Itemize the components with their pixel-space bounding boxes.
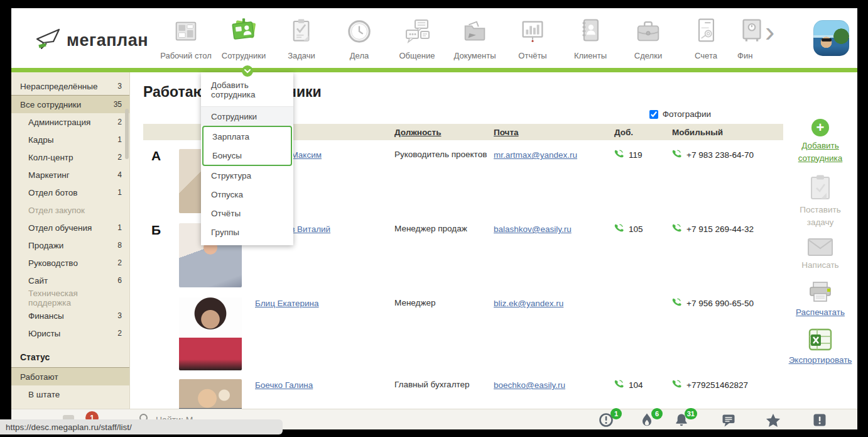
feedback-icon[interactable]: [812, 412, 827, 428]
nav-item-dashboard[interactable]: Рабочий стол: [157, 13, 215, 60]
nav-item-reports[interactable]: Отчёты: [504, 13, 561, 60]
count-badge: 1: [117, 135, 122, 144]
sidebar-item-все-сотрудники[interactable]: Все сотрудники35: [11, 95, 129, 113]
sidebar-item-кадры[interactable]: Кадры1: [11, 131, 129, 148]
sidebar-item-отдел-закупок: Отдел закупок: [11, 201, 129, 219]
sidebar-item-работают[interactable]: Работают: [11, 367, 129, 385]
action-написать: Написать: [801, 238, 838, 272]
sidebar-item-маркетинг[interactable]: Маркетинг4: [11, 166, 129, 184]
employee-ext: 105: [614, 223, 672, 235]
sidebar-item-отдел-ботов[interactable]: Отдел ботов1: [11, 184, 129, 201]
phone-icon: [614, 223, 624, 235]
count-badge: 2: [117, 153, 122, 162]
tasks-icon: [288, 13, 315, 46]
fire-icon[interactable]: 6: [639, 412, 654, 428]
nav-more-arrow-icon[interactable]: ›: [765, 13, 774, 50]
dashboard-icon: [171, 13, 201, 46]
dropdown-item-отпуска[interactable]: Отпуска: [201, 185, 293, 204]
column-header-position[interactable]: Должность: [394, 128, 494, 137]
sidebar: Нераспределённые3Все сотрудники35Админис…: [11, 72, 130, 409]
notification-count-badge: 6: [651, 408, 663, 419]
sidebar-item-юристы[interactable]: Юристы2: [11, 324, 129, 342]
action-экспортировать[interactable]: Экспортировать: [789, 328, 852, 367]
count-badge: 2: [117, 258, 122, 267]
count-badge: 3: [117, 82, 122, 91]
dropdown-item-структура[interactable]: Структура: [201, 166, 293, 185]
safe-icon: [737, 13, 764, 46]
count-badge: 4: [117, 170, 122, 179]
employee-position: Менеджер: [394, 297, 494, 307]
phone-icon: [672, 223, 682, 235]
content-row: Нераспределённые3Все сотрудники35Админис…: [11, 72, 857, 409]
employee-name-link[interactable]: Боечко Галина: [255, 380, 313, 390]
add-plus-icon: +: [811, 119, 829, 136]
sidebar-item-руководство[interactable]: Руководство2: [11, 254, 129, 272]
employee-email-link[interactable]: boechko@easily.ru: [494, 380, 565, 390]
nav-item-todo-clock[interactable]: Дела: [330, 13, 388, 60]
sidebar-scrollbar-thumb[interactable]: [125, 109, 129, 159]
phone-icon: [672, 297, 682, 309]
action-распечатать[interactable]: Распечатать: [796, 282, 845, 319]
sidebar-item-в-штате[interactable]: В штате: [11, 385, 129, 403]
dropdown-item-отчёты[interactable]: Отчёты: [201, 204, 293, 223]
todo-clock-icon: [345, 13, 374, 46]
phone-icon: [614, 149, 624, 161]
employee-position: Руководитель проектов: [394, 149, 494, 159]
nav-item-clients[interactable]: Клиенты: [561, 13, 619, 60]
photos-checkbox[interactable]: [649, 110, 658, 119]
star-icon[interactable]: [765, 412, 780, 428]
sidebar-item-нераспределённые[interactable]: Нераспределённые3: [11, 77, 129, 95]
employee-email-link[interactable]: balashkov@easily.ru: [494, 224, 572, 234]
letter-group-header: Б: [143, 223, 179, 236]
main-nav: Рабочий стол Сотрудники Задачи Дела Обще…: [157, 13, 774, 60]
reports-icon: [518, 13, 547, 46]
dropdown-item-бонусы[interactable]: Бонусы: [203, 146, 291, 165]
nav-item-invoice[interactable]: Счета: [677, 13, 735, 60]
dropdown-item-сотрудники[interactable]: Сотрудники: [201, 107, 293, 126]
deadline-clock-icon[interactable]: 1: [599, 412, 614, 428]
nav-item-documents[interactable]: Документы: [446, 13, 504, 60]
column-header-email[interactable]: Почта: [494, 128, 614, 137]
employee-email-link[interactable]: mr.artmax@yandex.ru: [494, 150, 577, 160]
action-добавить-сотрудника[interactable]: + Добавитьсотрудника: [798, 119, 843, 164]
nav-item-chat[interactable]: Общение: [388, 13, 446, 60]
dropdown-item-группы[interactable]: Группы: [201, 223, 293, 241]
employee-row: Блиц Екатерина Менеджер bliz.ek@yandex.r…: [143, 289, 783, 370]
phone-icon: [672, 379, 682, 391]
nav-item-tasks[interactable]: Задачи: [273, 13, 330, 60]
sidebar-item-колл-центр[interactable]: Колл-центр2: [11, 148, 129, 166]
employee-mobile: +779251462827: [672, 379, 783, 391]
sidebar-item-администрация[interactable]: Администрация2: [11, 113, 129, 131]
sidebar-item-финансы[interactable]: Финансы3: [11, 307, 129, 324]
photos-checkbox-label: Фотографии: [663, 109, 711, 119]
action-поставить-задачу: Поставитьзадачу: [800, 174, 840, 228]
nav-item-safe[interactable]: Фин: [735, 13, 764, 60]
nav-item-active-employees[interactable]: Сотрудники: [215, 13, 273, 60]
sidebar-item-продажи[interactable]: Продажи8: [11, 236, 129, 254]
dropdown-item-добавить-сотрудника[interactable]: Добавить сотрудника: [201, 72, 293, 107]
comments-icon[interactable]: [721, 412, 736, 428]
bell-icon[interactable]: 31: [674, 412, 689, 428]
sidebar-item-сайт[interactable]: Сайт6: [11, 272, 129, 289]
employee-photo[interactable]: [179, 297, 242, 370]
nav-item-briefcase[interactable]: Сделки: [619, 13, 677, 60]
sidebar-item-отдел-обучения[interactable]: Отдел обучения1: [11, 219, 129, 236]
employee-position: Главный бухгалтер: [394, 379, 494, 389]
count-badge: 8: [117, 241, 122, 250]
employee-name-link[interactable]: Блиц Екатерина: [255, 299, 319, 308]
user-avatar[interactable]: [813, 20, 849, 56]
notification-count-badge: 31: [685, 408, 697, 419]
excel-icon: [789, 328, 852, 351]
paper-plane-icon: [34, 26, 64, 55]
sidebar-item-техническая-поддержка: Техническая поддержка: [11, 289, 129, 307]
megaplan-logo[interactable]: мегаплан: [34, 26, 148, 55]
envelope-icon: [801, 238, 838, 256]
chat-icon: [401, 13, 433, 46]
employee-mobile: +7 956 990-65-50: [672, 297, 783, 309]
clients-icon: [577, 13, 604, 46]
count-badge: 1: [117, 223, 122, 232]
employee-photo[interactable]: [179, 379, 242, 409]
dropdown-item-зарплата[interactable]: Зарплата: [203, 127, 291, 146]
employee-email-link[interactable]: bliz.ek@yandex.ru: [494, 299, 563, 308]
count-badge: 6: [117, 276, 122, 285]
